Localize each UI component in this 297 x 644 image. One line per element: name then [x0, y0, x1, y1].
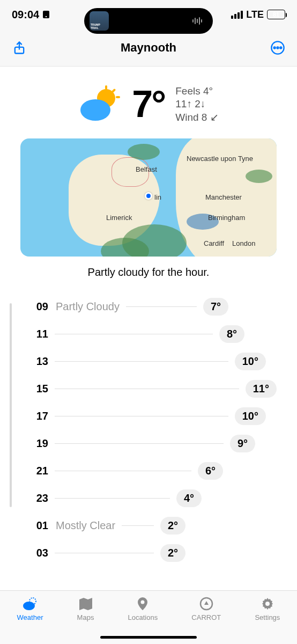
- hour-label: 09: [28, 301, 48, 313]
- current-details: Feels 4° 11↑ 2↓ Wind 8 ↙: [175, 85, 218, 123]
- network-label: LTE: [246, 9, 264, 20]
- hour-label: 23: [28, 492, 48, 504]
- temp-pill: 10°: [235, 407, 266, 425]
- status-right-group: LTE 81: [231, 9, 285, 20]
- svg-point-14: [141, 601, 145, 604]
- hour-label: 17: [28, 410, 48, 422]
- svg-rect-9: [116, 96, 120, 98]
- temp-pill: 10°: [235, 353, 266, 370]
- current-conditions: 7° Feels 4° 11↑ 2↓ Wind 8 ↙: [0, 67, 297, 131]
- map-label: Manchester: [205, 193, 242, 201]
- tab-maps[interactable]: Maps: [77, 596, 94, 644]
- hourly-row[interactable]: 1511°: [28, 382, 282, 395]
- svg-point-11: [80, 99, 110, 121]
- partly-cloudy-icon: [78, 85, 121, 123]
- hourly-row[interactable]: 216°: [28, 464, 282, 477]
- cell-signal-icon: [231, 11, 243, 19]
- status-time: 09:04: [12, 9, 39, 21]
- condition-label: Mostly Clear: [56, 519, 115, 532]
- temp-pill: 2°: [160, 517, 185, 535]
- hourly-row[interactable]: 234°: [28, 492, 282, 504]
- dynamic-island[interactable]: [84, 8, 213, 34]
- svg-rect-8: [105, 85, 107, 90]
- share-icon[interactable]: [12, 40, 27, 55]
- row-divider: [55, 553, 154, 553]
- condition-label: Partly Cloudy: [56, 301, 120, 313]
- hour-label: 21: [28, 465, 48, 477]
- weather-cloud-icon: [22, 596, 38, 611]
- battery-percent: 81: [273, 11, 279, 18]
- temp-pill: 9°: [230, 435, 255, 452]
- hourly-forecast: 09Partly Cloudy7°118°1310°1511°1710°199°…: [0, 300, 297, 559]
- carrot-icon: [198, 596, 214, 611]
- tab-label: Maps: [77, 613, 94, 621]
- row-divider: [55, 334, 213, 334]
- row-divider: [55, 471, 191, 471]
- map-label: London: [232, 239, 255, 247]
- row-divider: [122, 525, 154, 526]
- gear-icon: [259, 596, 276, 611]
- hour-label: 19: [28, 437, 48, 450]
- radar-map[interactable]: Newcastle upon Tyne Belfast lin Manchest…: [20, 138, 277, 257]
- tab-label: Locations: [128, 613, 158, 621]
- map-label: Birmingham: [208, 214, 245, 222]
- tab-weather[interactable]: Weather: [17, 596, 43, 644]
- svg-point-6: [280, 47, 281, 48]
- scrollbar[interactable]: [10, 303, 12, 507]
- hourly-row[interactable]: 1710°: [28, 409, 282, 422]
- hourly-row[interactable]: 01Mostly Clear2°: [28, 519, 282, 532]
- hour-label: 15: [28, 383, 48, 395]
- map-label: Cardiff: [204, 239, 224, 247]
- feels-like: Feels 4°: [175, 85, 218, 97]
- row-divider: [55, 389, 239, 389]
- wind: Wind 8 ↙: [175, 111, 218, 123]
- tab-label: Settings: [255, 613, 280, 621]
- current-temp: 7°: [132, 83, 165, 126]
- map-label: lin: [154, 193, 161, 201]
- row-divider: [55, 498, 170, 499]
- tab-label: Weather: [17, 613, 43, 621]
- svg-point-1: [46, 16, 47, 17]
- battery-indicator: 81: [267, 10, 285, 19]
- home-indicator[interactable]: [100, 636, 197, 639]
- map-label: Newcastle upon Tyne: [187, 155, 253, 163]
- map-label: Limerick: [106, 214, 132, 222]
- more-icon[interactable]: [270, 40, 285, 55]
- svg-point-13: [23, 602, 35, 610]
- temp-pill: 11°: [246, 380, 277, 398]
- status-bar: 09:04 LTE 81: [0, 0, 297, 29]
- svg-point-16: [265, 602, 270, 606]
- temp-pill: 2°: [160, 544, 185, 562]
- tab-settings[interactable]: Settings: [255, 596, 280, 644]
- pin-icon: [135, 596, 151, 611]
- row-divider: [55, 361, 228, 362]
- nav-header: Maynooth: [0, 29, 297, 67]
- hour-label: 11: [28, 328, 48, 340]
- svg-point-4: [274, 47, 276, 48]
- high-low: 11↑ 2↓: [175, 98, 218, 110]
- row-divider: [55, 416, 228, 416]
- hour-label: 03: [28, 547, 48, 559]
- row-divider: [126, 306, 197, 307]
- hour-label: 01: [28, 519, 48, 532]
- temp-pill: 8°: [219, 325, 244, 343]
- temp-pill: 6°: [198, 462, 223, 480]
- forecast-summary: Partly cloudy for the hour.: [0, 266, 297, 279]
- tab-label: CARROT: [191, 613, 221, 621]
- now-playing-thumb: [90, 11, 109, 31]
- svg-point-5: [277, 47, 278, 48]
- hour-label: 13: [28, 355, 48, 368]
- temp-pill: 7°: [203, 298, 228, 316]
- tab-bar: Weather Maps Locations CARROT Settings: [0, 590, 297, 644]
- portrait-lock-icon: [42, 10, 50, 19]
- page-title: Maynooth: [121, 41, 176, 55]
- maps-icon: [78, 596, 94, 611]
- current-location-dot: [145, 192, 152, 200]
- hourly-row[interactable]: 1310°: [28, 355, 282, 368]
- hourly-row[interactable]: 199°: [28, 437, 282, 450]
- hourly-row[interactable]: 118°: [28, 327, 282, 340]
- hourly-row[interactable]: 09Partly Cloudy7°: [28, 300, 282, 313]
- map-label: Belfast: [136, 165, 157, 173]
- hourly-row[interactable]: 032°: [28, 546, 282, 559]
- row-divider: [55, 443, 224, 444]
